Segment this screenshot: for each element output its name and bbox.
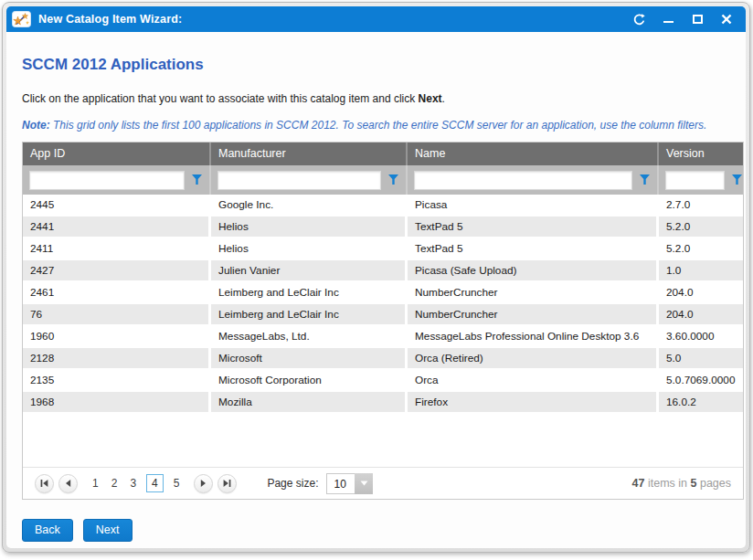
note-text: Note: This grid only lists the first 100… xyxy=(22,119,730,132)
cell-manufacturer: Microsoft xyxy=(211,348,408,370)
filter-input-app-id[interactable] xyxy=(29,171,185,190)
cell-app-id: 2441 xyxy=(23,217,211,238)
cell-name: Picasa xyxy=(408,195,659,217)
cell-manufacturer: Leimberg and LeClair Inc xyxy=(211,304,408,326)
pager-page-5[interactable]: 5 xyxy=(174,477,180,490)
minimize-icon[interactable] xyxy=(660,11,676,27)
page-size-dropdown[interactable]: 10 xyxy=(326,473,373,494)
pager-page-2[interactable]: 2 xyxy=(111,477,118,490)
funnel-icon[interactable] xyxy=(387,174,399,185)
refresh-icon[interactable] xyxy=(631,11,647,27)
note-body: This grid only lists the first 100 appli… xyxy=(50,119,707,132)
cell-manufacturer: Julien Vanier xyxy=(211,260,408,282)
funnel-icon[interactable] xyxy=(639,174,651,185)
cell-manufacturer: Helios xyxy=(211,238,408,260)
pager-first-button[interactable] xyxy=(35,474,54,493)
cell-version: 204.0 xyxy=(659,304,743,326)
cell-app-id: 2128 xyxy=(23,348,211,370)
cell-manufacturer: Helios xyxy=(211,217,408,238)
chevron-down-icon[interactable] xyxy=(355,473,373,494)
table-row[interactable]: 76 Leimberg and LeClair Inc NumberCrunch… xyxy=(23,304,743,326)
instruction-prefix: Click on the application that you want t… xyxy=(22,92,419,105)
cell-app-id: 2461 xyxy=(23,282,211,304)
cell-name: TextPad 5 xyxy=(408,238,659,260)
cell-version: 3.60.0000 xyxy=(659,326,743,348)
page-size-value: 10 xyxy=(326,473,355,494)
wizard-window: New Catalog Item Wizard: SCCM 2012 Appli… xyxy=(2,2,750,553)
pager-pages: 12345 xyxy=(86,474,186,492)
note-label: Note: xyxy=(22,119,50,132)
filter-cell-version xyxy=(659,165,743,195)
cell-name: NumberCruncher xyxy=(408,282,659,304)
table-row[interactable]: 2441 Helios TextPad 5 5.2.0 xyxy=(23,217,743,238)
column-header-manufacturer[interactable]: Manufacturer xyxy=(211,143,408,165)
table-row[interactable]: 2135 Microsoft Corporation Orca 5.0.7069… xyxy=(23,370,743,392)
filter-input-manufacturer[interactable] xyxy=(217,171,381,190)
pager-page-4[interactable]: 4 xyxy=(146,474,164,492)
table-row[interactable]: 2427 Julien Vanier Picasa (Safe Upload) … xyxy=(23,260,743,282)
window-title: New Catalog Item Wizard: xyxy=(38,13,183,26)
cell-app-id: 1968 xyxy=(23,392,211,414)
instruction-next-keyword: Next xyxy=(419,92,442,105)
cell-version: 1.0 xyxy=(659,260,743,282)
cell-manufacturer: MessageLabs, Ltd. xyxy=(211,326,408,348)
wizard-content: SCCM 2012 Applications Click on the appl… xyxy=(6,32,746,548)
table-row[interactable]: 1968 Mozilla Firefox 16.0.2 xyxy=(23,392,743,414)
cell-manufacturer: Leimberg and LeClair Inc xyxy=(211,282,408,304)
table-row[interactable]: 2445 Google Inc. Picasa 2.7.0 xyxy=(23,195,743,217)
filter-input-version[interactable] xyxy=(665,171,725,190)
cell-version: 5.0 xyxy=(659,348,743,370)
cell-manufacturer: Microsoft Corporation xyxy=(211,370,408,392)
cell-version: 16.0.2 xyxy=(659,392,743,414)
page-size-label: Page size: xyxy=(267,477,318,490)
cell-manufacturer: Google Inc. xyxy=(211,195,408,217)
pager-page-1[interactable]: 1 xyxy=(92,477,99,490)
grid-filter-row xyxy=(23,165,743,195)
cell-name: Orca (Retired) xyxy=(408,348,659,370)
pager-last-button[interactable] xyxy=(217,474,237,493)
cell-version: 5.0.7069.0000 xyxy=(659,370,743,392)
cell-version: 5.2.0 xyxy=(659,238,743,260)
filter-cell-app-id xyxy=(23,165,211,195)
pager-next-button[interactable] xyxy=(194,474,213,493)
close-icon[interactable] xyxy=(718,11,735,27)
applications-grid: App ID Manufacturer Name Version xyxy=(22,142,744,500)
column-header-name[interactable]: Name xyxy=(408,143,659,165)
pager-prev-button[interactable] xyxy=(58,474,78,493)
filter-input-name[interactable] xyxy=(414,171,632,190)
cell-name: MessageLabs Professional Online Desktop … xyxy=(408,326,659,348)
grid-body: 2445 Google Inc. Picasa 2.7.0 2441 Helio… xyxy=(23,195,743,414)
cell-app-id: 2411 xyxy=(23,238,211,260)
footer: Back Next xyxy=(22,519,730,542)
table-row[interactable]: 2461 Leimberg and LeClair Inc NumberCrun… xyxy=(23,282,743,304)
page-title: SCCM 2012 Applications xyxy=(22,56,730,74)
cell-version: 2.7.0 xyxy=(659,195,743,217)
cell-app-id: 1960 xyxy=(23,326,211,348)
items-text: items in xyxy=(645,477,691,490)
funnel-icon[interactable] xyxy=(191,174,203,185)
items-info: 47 items in 5 pages xyxy=(632,477,731,490)
window-controls xyxy=(631,11,735,27)
column-header-version[interactable]: Version xyxy=(659,143,743,165)
instruction-text: Click on the application that you want t… xyxy=(22,92,730,105)
back-button[interactable]: Back xyxy=(22,519,73,542)
pager-page-3[interactable]: 3 xyxy=(130,477,136,490)
table-row[interactable]: 1960 MessageLabs, Ltd. MessageLabs Profe… xyxy=(23,326,743,348)
column-header-app-id[interactable]: App ID xyxy=(23,143,211,165)
filter-cell-name xyxy=(408,165,659,195)
next-button[interactable]: Next xyxy=(83,519,133,542)
cell-name: TextPad 5 xyxy=(408,217,659,238)
table-row[interactable]: 2411 Helios TextPad 5 5.2.0 xyxy=(23,238,743,260)
funnel-icon[interactable] xyxy=(731,174,743,185)
titlebar[interactable]: New Catalog Item Wizard: xyxy=(6,6,746,32)
filter-cell-manufacturer xyxy=(211,165,408,195)
maximize-icon[interactable] xyxy=(689,11,705,27)
cell-app-id: 2135 xyxy=(23,370,211,392)
cell-name: Orca xyxy=(408,370,659,392)
table-row[interactable]: 2128 Microsoft Orca (Retired) 5.0 xyxy=(23,348,743,370)
cell-app-id: 2445 xyxy=(23,195,211,217)
cell-name: Firefox xyxy=(408,392,659,414)
cell-manufacturer: Mozilla xyxy=(211,392,408,414)
cell-name: NumberCruncher xyxy=(408,304,659,326)
cell-version: 204.0 xyxy=(659,282,743,304)
